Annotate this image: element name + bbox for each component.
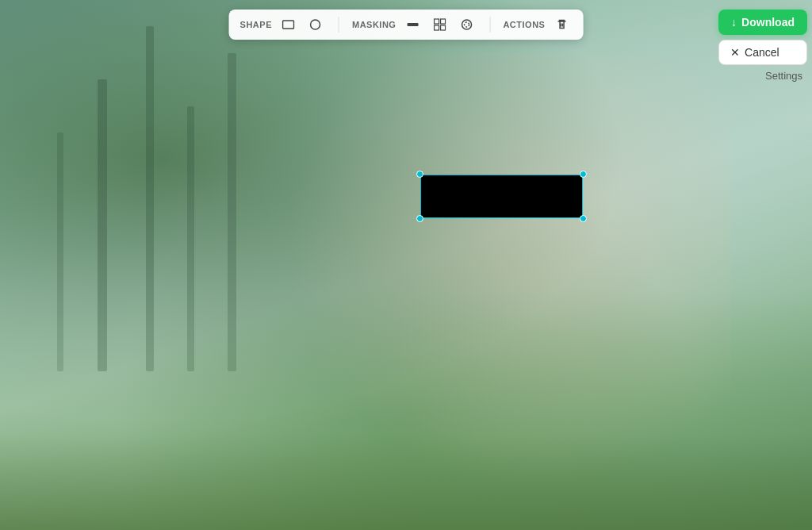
canvas-area: SHAPE MASKING: [0, 0, 812, 530]
person-area: [243, 53, 730, 530]
masking-grid-button[interactable]: [429, 14, 450, 35]
svg-rect-6: [440, 25, 445, 30]
cancel-label: Cancel: [745, 46, 779, 59]
actions-section: ACTIONS: [503, 14, 572, 35]
masking-bar-button[interactable]: [402, 14, 423, 35]
svg-rect-2: [407, 23, 418, 26]
actions-delete-button[interactable]: [551, 14, 572, 35]
shape-circle-button[interactable]: [305, 14, 326, 35]
shape-label: SHAPE: [240, 20, 272, 29]
cancel-icon: ✕: [730, 46, 740, 59]
handle-bottom-left[interactable]: [416, 215, 423, 222]
shape-rectangle-button[interactable]: [278, 14, 299, 35]
svg-rect-4: [440, 19, 445, 24]
divider-1: [339, 17, 339, 33]
svg-rect-0: [283, 21, 294, 29]
right-panel: ↓ Download ✕ Cancel Settings: [718, 10, 807, 82]
download-icon: ↓: [731, 16, 737, 29]
svg-rect-5: [434, 25, 439, 30]
svg-point-8: [464, 22, 469, 27]
selection-container[interactable]: [420, 175, 583, 218]
divider-2: [489, 17, 490, 33]
cancel-button[interactable]: ✕ Cancel: [718, 40, 807, 65]
redaction-fill: [420, 175, 583, 218]
svg-point-7: [462, 20, 471, 29]
handle-top-left[interactable]: [416, 171, 423, 178]
toolbar: SHAPE MASKING: [229, 10, 584, 40]
shape-section: SHAPE: [240, 14, 326, 35]
handle-bottom-right[interactable]: [580, 215, 587, 222]
settings-link[interactable]: Settings: [718, 70, 807, 82]
masking-label: MASKING: [352, 20, 396, 29]
download-button[interactable]: ↓ Download: [718, 10, 807, 35]
download-label: Download: [741, 16, 795, 29]
actions-label: ACTIONS: [503, 20, 545, 29]
masking-blur-button[interactable]: [456, 14, 477, 35]
svg-rect-3: [434, 19, 439, 24]
masking-section: MASKING: [352, 14, 477, 35]
svg-point-1: [311, 20, 320, 29]
handle-top-right[interactable]: [580, 171, 587, 178]
